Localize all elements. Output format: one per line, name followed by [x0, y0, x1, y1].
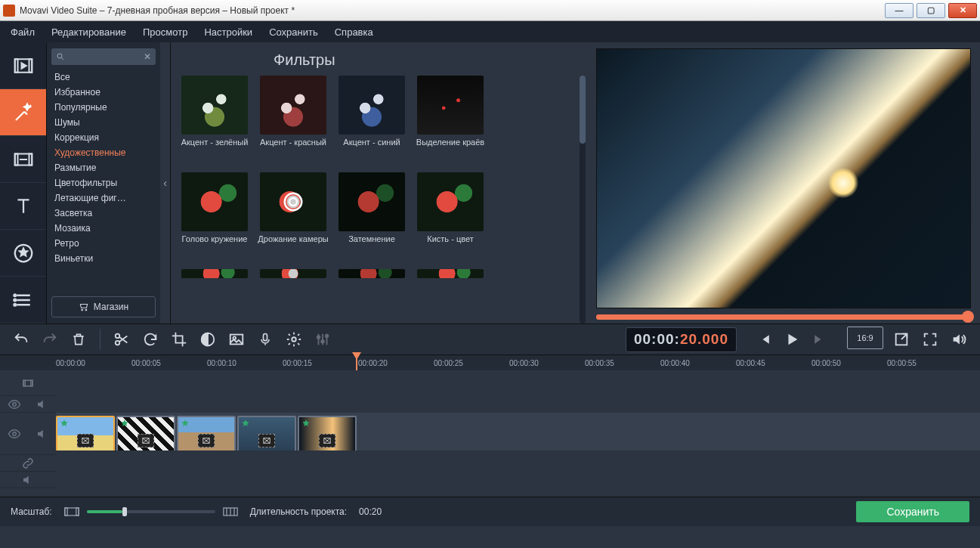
next-button[interactable] [806, 327, 832, 352]
transition-icon[interactable] [138, 434, 154, 447]
filter-thumbnail[interactable]: Акцент - зелёный [177, 76, 252, 157]
filter-thumbnail[interactable]: Акцент - синий [334, 76, 410, 157]
category-item[interactable]: Коррекция [51, 130, 156, 145]
store-button[interactable]: Магазин [51, 296, 156, 317]
undo-button[interactable] [8, 327, 35, 352]
filter-label: Акцент - красный [260, 138, 326, 157]
mic-button[interactable] [252, 327, 279, 352]
menu-view[interactable]: Просмотр [143, 26, 187, 38]
category-item[interactable]: Популярные [51, 100, 156, 115]
ruler-tick: 00:00:05 [131, 359, 207, 367]
transitions-tab[interactable] [0, 136, 46, 183]
volume-button[interactable] [945, 327, 972, 352]
more-tab[interactable] [0, 277, 46, 324]
menu-edit[interactable]: Редактирование [51, 26, 126, 38]
split-button[interactable] [108, 327, 135, 352]
filters-tab[interactable] [0, 89, 46, 136]
category-item[interactable]: Избранное [51, 85, 156, 100]
timeline-ruler[interactable]: 00:00:0000:00:0500:00:1000:00:1500:00:20… [0, 355, 980, 370]
timecode-display[interactable]: 00:00:20.000 [626, 327, 737, 352]
speaker-icon[interactable] [36, 427, 49, 441]
redo-button[interactable] [36, 327, 63, 352]
menu-help[interactable]: Справка [335, 26, 373, 38]
category-item[interactable]: Художественные [51, 145, 156, 160]
rotate-button[interactable] [137, 327, 164, 352]
eye-icon[interactable] [8, 398, 21, 411]
delete-button[interactable] [65, 327, 92, 352]
menu-save[interactable]: Сохранить [269, 26, 318, 38]
category-item[interactable]: Засветка [51, 206, 156, 221]
transition-icon[interactable] [258, 434, 275, 447]
transition-icon[interactable] [198, 434, 215, 447]
category-item[interactable]: Мозаика [51, 221, 156, 236]
popout-button[interactable] [888, 327, 915, 352]
transition-icon[interactable] [319, 434, 335, 447]
speaker-icon[interactable] [21, 473, 35, 487]
menu-settings[interactable]: Настройки [204, 26, 252, 38]
close-button[interactable]: ✕ [948, 3, 977, 18]
audio-track-1[interactable] [0, 396, 980, 413]
search-icon [56, 52, 65, 61]
svg-point-14 [289, 198, 297, 206]
timeline-clip[interactable] [177, 416, 236, 452]
aspect-ratio-button[interactable]: 16:9 [847, 327, 883, 349]
timeline-clip[interactable] [237, 416, 296, 452]
filter-grid: Акцент - зелёныйАкцент - красныйАкцент -… [177, 76, 581, 278]
timeline-clip[interactable] [56, 416, 115, 452]
color-button[interactable] [194, 327, 221, 352]
filter-label: Акцент - зелёный [181, 138, 249, 157]
menu-file[interactable]: Файл [11, 26, 35, 38]
minimize-button[interactable]: — [885, 3, 914, 18]
eye-icon[interactable] [8, 427, 21, 441]
filter-thumbnail[interactable] [413, 269, 488, 278]
zoom-slider[interactable] [64, 506, 238, 517]
filters-panel: Фильтры ✕ ВсеИзбранноеПопулярныеШумыКорр… [47, 42, 587, 324]
category-item[interactable]: Виньетки [51, 251, 156, 266]
seek-bar[interactable] [596, 308, 971, 324]
preview-video[interactable] [596, 48, 971, 308]
play-button[interactable] [779, 327, 805, 352]
titles-tab[interactable] [0, 183, 46, 230]
category-item[interactable]: Размытие [51, 160, 156, 175]
equalizer-button[interactable] [309, 327, 336, 352]
speaker-icon[interactable] [36, 398, 49, 411]
category-item[interactable]: Ретро [51, 236, 156, 251]
filter-thumbnail[interactable]: Акцент - красный [255, 76, 331, 157]
grid-scrollbar[interactable] [580, 76, 586, 324]
star-icon [240, 419, 251, 429]
filter-thumbnail[interactable]: Дрожание камеры [255, 172, 331, 254]
timeline-clip[interactable] [116, 416, 175, 452]
filter-thumbnail[interactable]: Голово кружение [177, 172, 252, 254]
crop-button[interactable] [165, 327, 193, 352]
audio-track-2[interactable] [0, 472, 980, 488]
filter-thumbnail[interactable]: Затемнение [334, 172, 410, 254]
filter-thumbnail[interactable]: Выделение краёв [413, 76, 488, 157]
filter-thumbnail[interactable] [255, 269, 331, 278]
clear-search-icon[interactable]: ✕ [144, 51, 151, 62]
picture-button[interactable] [223, 327, 250, 352]
media-tab[interactable] [0, 42, 46, 89]
transition-icon[interactable] [77, 434, 94, 447]
app-icon [3, 5, 15, 17]
svg-point-11 [82, 309, 83, 311]
filter-thumbnail[interactable] [177, 269, 252, 278]
star-icon [119, 419, 130, 429]
fullscreen-button[interactable] [917, 327, 944, 352]
category-list: ВсеИзбранноеПопулярныеШумыКоррекцияХудож… [51, 70, 156, 292]
category-item[interactable]: Шумы [51, 115, 156, 130]
category-item[interactable]: Летающие фиг… [51, 190, 156, 206]
timeline-clip[interactable] [298, 416, 357, 452]
clip-settings-button[interactable] [280, 327, 308, 352]
prev-button[interactable] [752, 327, 778, 352]
svg-point-9 [14, 304, 16, 306]
maximize-button[interactable]: ▢ [917, 3, 945, 18]
filter-thumbnail[interactable] [334, 269, 410, 278]
filter-search[interactable]: ✕ [51, 48, 156, 65]
category-item[interactable]: Цветофильтры [51, 175, 156, 190]
collapse-categories[interactable]: ‹ [160, 42, 171, 324]
filter-thumbnail[interactable]: Кисть - цвет [413, 172, 488, 254]
video-track[interactable] [0, 413, 980, 455]
stickers-tab[interactable] [0, 230, 46, 277]
category-item[interactable]: Все [51, 70, 156, 85]
save-button[interactable]: Сохранить [856, 501, 969, 522]
